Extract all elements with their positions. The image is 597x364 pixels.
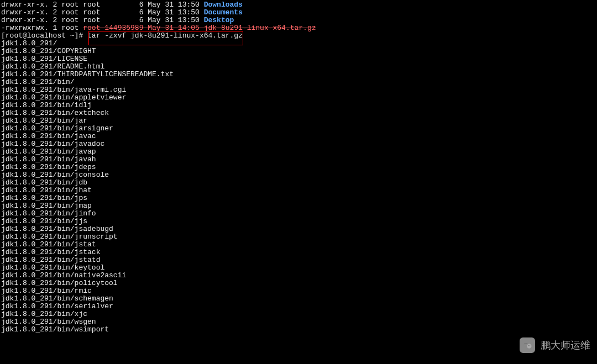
- tar-output-line: jdk1.8.0_291/: [1, 40, 596, 48]
- tar-output-line: jdk1.8.0_291/bin/jar: [1, 117, 596, 125]
- directory-name: Documents: [204, 8, 243, 17]
- tar-output-line: jdk1.8.0_291/bin/jstat: [1, 241, 596, 249]
- tar-output-line: jdk1.8.0_291/bin/javadoc: [1, 140, 596, 148]
- tar-output-line: jdk1.8.0_291/bin/wsimport: [1, 326, 596, 334]
- ls-entry: drwxr-xr-x. 2 root root 6 May 31 13:50 D…: [1, 17, 596, 24]
- tar-output-line: jdk1.8.0_291/bin/jdeps: [1, 163, 596, 171]
- tar-output-line: jdk1.8.0_291/bin/jmap: [1, 202, 596, 210]
- tar-output-line: jdk1.8.0_291/THIRDPARTYLICENSEREADME.txt: [1, 71, 596, 78]
- tar-output-line: jdk1.8.0_291/bin/jconsole: [1, 171, 596, 179]
- tar-output-line: jdk1.8.0_291/bin/javah: [1, 156, 596, 163]
- tar-output-line: jdk1.8.0_291/bin/javac: [1, 133, 596, 140]
- tar-output-line: jdk1.8.0_291/README.html: [1, 63, 596, 71]
- tar-output-line: jdk1.8.0_291/bin/: [1, 78, 596, 86]
- ls-entry: drwxr-xr-x. 2 root root 6 May 31 13:50 D…: [1, 1, 596, 9]
- watermark: 鹏大师运维: [520, 337, 590, 353]
- tar-output-line: jdk1.8.0_291/LICENSE: [1, 55, 596, 63]
- tar-output-line: jdk1.8.0_291/bin/serialver: [1, 303, 596, 310]
- ls-entry: drwxr-xr-x. 2 root root 6 May 31 13:50 D…: [1, 9, 596, 17]
- tar-output-line: jdk1.8.0_291/bin/jarsigner: [1, 125, 596, 133]
- svg-point-2: [525, 344, 526, 345]
- directory-name: Desktop: [204, 16, 234, 24]
- shell-prompt-line[interactable]: [root@localhost ~]# tar -zxvf jdk-8u291-…: [1, 32, 596, 40]
- tar-output-line: jdk1.8.0_291/bin/idlj: [1, 102, 596, 109]
- tar-output-line: jdk1.8.0_291/bin/jsadebugd: [1, 225, 596, 233]
- wechat-icon: [520, 337, 535, 353]
- tar-output-line: jdk1.8.0_291/bin/jstatd: [1, 256, 596, 264]
- shell-prompt: [root@localhost ~]: [1, 31, 78, 40]
- tar-output-line: jdk1.8.0_291/bin/policytool: [1, 279, 596, 287]
- tar-output-line: jdk1.8.0_291/bin/jjs: [1, 218, 596, 225]
- tar-output-line: jdk1.8.0_291/bin/rmic: [1, 287, 596, 295]
- tar-output-line: jdk1.8.0_291/bin/wsgen: [1, 318, 596, 326]
- ls-entry: -rwxrwxrwx. 1 root root 144935989 May 31…: [1, 24, 596, 32]
- tar-output-line: jdk1.8.0_291/bin/native2ascii: [1, 272, 596, 279]
- tar-output-line: jdk1.8.0_291/bin/jrunscript: [1, 233, 596, 241]
- tar-output-line: jdk1.8.0_291/bin/jinfo: [1, 210, 596, 218]
- terminal-window[interactable]: drwxr-xr-x. 2 root root 6 May 31 13:50 D…: [1, 1, 596, 334]
- tar-output-line: jdk1.8.0_291/bin/schemagen: [1, 295, 596, 303]
- watermark-text: 鹏大师运维: [541, 341, 590, 349]
- tar-output-line: jdk1.8.0_291/bin/xjc: [1, 310, 596, 318]
- command-text: tar -zxvf jdk-8u291-linux-x64.tar.gz: [87, 31, 243, 40]
- tar-output-line: jdk1.8.0_291/bin/jhat: [1, 187, 596, 194]
- tar-output-line: jdk1.8.0_291/bin/appletviewer: [1, 94, 596, 102]
- directory-name: Downloads: [204, 1, 243, 9]
- tar-output-line: jdk1.8.0_291/bin/keytool: [1, 264, 596, 272]
- svg-point-4: [528, 345, 529, 346]
- svg-point-1: [527, 344, 531, 349]
- tar-output-line: jdk1.8.0_291/COPYRIGHT: [1, 48, 596, 55]
- tar-output-line: jdk1.8.0_291/bin/jstack: [1, 249, 596, 256]
- tarball-file: root 144935989 May 31 14:05 jdk-8u291-li…: [83, 24, 316, 32]
- tar-output-line: jdk1.8.0_291/bin/jps: [1, 194, 596, 202]
- svg-point-3: [526, 344, 527, 345]
- tar-output-line: jdk1.8.0_291/bin/extcheck: [1, 109, 596, 117]
- tar-output-line: jdk1.8.0_291/bin/jdb: [1, 179, 596, 187]
- svg-point-5: [530, 345, 530, 346]
- tar-output-line: jdk1.8.0_291/bin/java-rmi.cgi: [1, 86, 596, 94]
- tar-output-line: jdk1.8.0_291/bin/javap: [1, 148, 596, 156]
